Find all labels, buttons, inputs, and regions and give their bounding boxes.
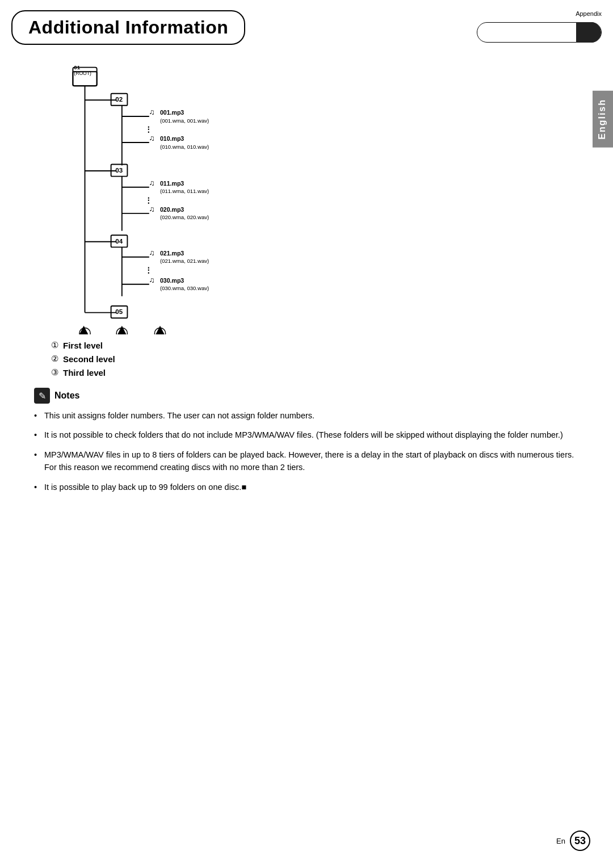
legend-item-1: ① First level bbox=[51, 340, 579, 350]
note-item-1: This unit assigns folder numbers. The us… bbox=[34, 409, 579, 422]
notes-section: ✎ Notes This unit assigns folder numbers… bbox=[34, 388, 579, 493]
svg-text:⋮: ⋮ bbox=[145, 125, 152, 133]
legend-item-2: ② Second level bbox=[51, 354, 579, 364]
page-title: Additional Information bbox=[28, 17, 228, 38]
legend-label-2: Second level bbox=[63, 354, 115, 364]
legend-item-3: ③ Third level bbox=[51, 367, 579, 378]
page-header: Additional Information Appendix bbox=[0, 0, 613, 45]
svg-text:(ROOT): (ROOT) bbox=[74, 70, 91, 76]
svg-text:①: ① bbox=[83, 330, 88, 334]
svg-text:(021.wma, 021.wav): (021.wma, 021.wav) bbox=[160, 258, 209, 264]
svg-text:♫: ♫ bbox=[149, 249, 155, 257]
notes-title: Notes bbox=[54, 391, 79, 401]
svg-text:♫: ♫ bbox=[149, 108, 155, 116]
folder-tree-diagram: 01 (ROOT) 02 ♫ 001.mp3 (001.wma, 001.wav… bbox=[51, 62, 324, 334]
svg-text:③: ③ bbox=[158, 330, 163, 334]
header-pill-block bbox=[576, 22, 601, 43]
legend-label-3: Third level bbox=[63, 368, 106, 378]
svg-text:05: 05 bbox=[115, 308, 123, 315]
svg-text:01: 01 bbox=[74, 64, 80, 70]
svg-text:♫: ♫ bbox=[149, 205, 155, 213]
svg-text:⋮: ⋮ bbox=[145, 196, 152, 204]
svg-text:♫: ♫ bbox=[149, 276, 155, 284]
svg-text:010.mp3: 010.mp3 bbox=[160, 135, 184, 142]
note-item-4: It is possible to play back up to 99 fol… bbox=[34, 481, 579, 493]
svg-text:030.mp3: 030.mp3 bbox=[160, 277, 184, 284]
footer-en-label: En bbox=[556, 837, 565, 845]
legend-circle-2: ② bbox=[51, 354, 58, 364]
note-item-3: MP3/WMA/WAV files in up to 8 tiers of fo… bbox=[34, 448, 579, 474]
tree-svg: 01 (ROOT) 02 ♫ 001.mp3 (001.wma, 001.wav… bbox=[51, 62, 324, 334]
svg-text:(001.wma, 001.wav): (001.wma, 001.wav) bbox=[160, 118, 209, 124]
header-pill bbox=[477, 22, 602, 43]
svg-text:02: 02 bbox=[115, 96, 123, 103]
svg-text:(020.wma, 020.wav): (020.wma, 020.wav) bbox=[160, 214, 209, 220]
notes-icon: ✎ bbox=[34, 388, 50, 404]
svg-text:♫: ♫ bbox=[149, 179, 155, 187]
svg-text:001.mp3: 001.mp3 bbox=[160, 109, 184, 116]
main-content: 01 (ROOT) 02 ♫ 001.mp3 (001.wma, 001.wav… bbox=[0, 45, 613, 511]
svg-text:020.mp3: 020.mp3 bbox=[160, 206, 184, 213]
page-footer: En 53 bbox=[556, 831, 590, 851]
legend-circle-3: ③ bbox=[51, 367, 58, 378]
svg-text:(010.wma, 010.wav): (010.wma, 010.wav) bbox=[160, 144, 209, 150]
svg-text:♫: ♫ bbox=[149, 134, 155, 142]
svg-text:04: 04 bbox=[115, 238, 123, 245]
page-number: 53 bbox=[570, 831, 590, 851]
svg-text:03: 03 bbox=[115, 167, 123, 174]
appendix-label: Appendix bbox=[576, 10, 602, 17]
legend-circle-1: ① bbox=[51, 340, 58, 350]
svg-text:②: ② bbox=[120, 330, 125, 334]
svg-text:021.mp3: 021.mp3 bbox=[160, 250, 184, 257]
header-right: Appendix bbox=[251, 10, 602, 45]
language-tab: English bbox=[593, 91, 613, 148]
svg-text:(011.wma, 011.wav): (011.wma, 011.wav) bbox=[160, 188, 209, 194]
svg-text:⋮: ⋮ bbox=[145, 266, 152, 274]
svg-text:(030.wma, 030.wav): (030.wma, 030.wav) bbox=[160, 285, 209, 291]
note-item-2: It is not possible to check folders that… bbox=[34, 429, 579, 441]
legend: ① First level ② Second level ③ Third lev… bbox=[51, 340, 579, 378]
svg-text:011.mp3: 011.mp3 bbox=[160, 180, 184, 187]
legend-label-1: First level bbox=[63, 341, 103, 350]
notes-list: This unit assigns folder numbers. The us… bbox=[34, 409, 579, 493]
title-box: Additional Information bbox=[11, 10, 245, 45]
notes-header: ✎ Notes bbox=[34, 388, 579, 404]
